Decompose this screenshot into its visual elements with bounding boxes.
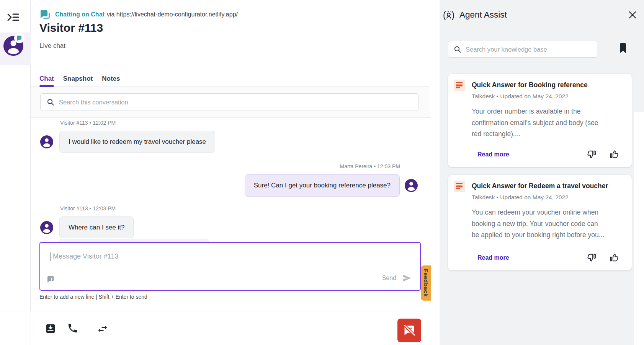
search-icon	[47, 98, 54, 106]
tab-notes[interactable]: Notes	[102, 71, 120, 87]
card-title: Quick Answer for Booking reference	[472, 81, 588, 89]
knowledge-card[interactable]: Quick Answer for Redeem a travel voucher…	[448, 175, 632, 270]
sidebar-item-conversation[interactable]	[0, 33, 31, 65]
bookmark-icon[interactable]	[619, 42, 627, 54]
conversation-search[interactable]	[40, 93, 418, 111]
left-sidebar	[0, 0, 31, 345]
end-chat-button[interactable]	[397, 319, 421, 342]
chat-main: Chatting on Chatvia https://livechat-dem…	[31, 0, 430, 345]
thumbs-up-icon[interactable]	[609, 252, 619, 263]
conversation-search-input[interactable]	[59, 99, 412, 106]
card-title: Quick Answer for Redeem a travel voucher	[472, 182, 608, 190]
expand-menu-icon[interactable]	[7, 12, 19, 23]
visitor-avatar	[40, 221, 53, 234]
thumbs-down-icon[interactable]	[586, 252, 597, 263]
message-meta: Marta Pereira • 12:03 PM	[340, 163, 400, 169]
message-bubble: I would like to redeem my travel voucher…	[59, 131, 215, 153]
message-bubble: Where can I see it?	[59, 216, 134, 238]
tab-bar: Chat Snapshot Notes	[31, 71, 430, 87]
channel-label: Chatting on Chat	[55, 11, 105, 18]
app-window: Chatting on Chatvia https://livechat-dem…	[0, 0, 644, 345]
close-icon[interactable]	[628, 10, 637, 20]
message-meta: Visitor #113 • 12:02 PM	[60, 120, 116, 126]
send-label: Send	[382, 275, 396, 282]
agent-assist-panel: Agent Assist Quick Answer for Booking re…	[440, 0, 644, 345]
agent-assist-icon	[443, 10, 455, 22]
message-meta: Visitor #113 • 12:03 PM	[60, 205, 116, 212]
end-chat-icon	[403, 324, 416, 337]
agent-avatar	[405, 179, 418, 192]
article-icon	[454, 181, 465, 192]
save-attachment-button[interactable]	[45, 323, 56, 334]
chat-channel-badge	[14, 33, 25, 43]
message-bubble: Sure! Can I get your booking reference p…	[245, 174, 400, 197]
card-body: You can redeem your voucher online when …	[472, 207, 604, 241]
page-title: Visitor #113	[39, 21, 103, 34]
toolbar-divider	[31, 311, 31, 345]
card-meta: Talkdesk • Updated on May 24, 2022	[472, 194, 569, 201]
read-more-link[interactable]: Read more	[477, 254, 509, 261]
send-icon	[402, 273, 412, 283]
page-subtitle: Live chat	[39, 42, 65, 50]
card-meta: Talkdesk • Updated on May 24, 2022	[472, 93, 569, 100]
send-button[interactable]: Send	[382, 273, 412, 283]
message-composer[interactable]: Message Visitor #113 Send	[39, 242, 421, 291]
bottom-toolbar	[0, 311, 430, 345]
channel-url: via https://livechat-demo-configurator.n…	[107, 11, 238, 18]
search-icon	[454, 46, 461, 53]
knowledge-base-search-input[interactable]	[466, 46, 592, 53]
article-icon	[454, 80, 465, 91]
scroll-gutter	[634, 112, 644, 345]
text-cursor	[51, 252, 51, 261]
thumbs-down-icon[interactable]	[586, 149, 597, 159]
composer-placeholder: Message Visitor #113	[53, 252, 118, 260]
assist-title: Agent Assist	[459, 10, 507, 20]
card-body: Your order number is available in the co…	[472, 106, 598, 140]
conversation-search-band	[31, 87, 430, 118]
thumbs-up-icon[interactable]	[609, 149, 619, 159]
feedback-tab[interactable]: Feedback	[421, 265, 431, 301]
read-more-link[interactable]: Read more	[477, 151, 509, 158]
tab-snapshot[interactable]: Snapshot	[63, 71, 93, 87]
chat-source-row: Chatting on Chatvia https://livechat-dem…	[39, 8, 238, 21]
call-button[interactable]	[67, 322, 78, 334]
composer-helper-text: Enter to add a new line | Shift + Enter …	[39, 294, 147, 300]
forum-chat-icon	[39, 9, 51, 20]
transfer-button[interactable]	[97, 323, 108, 333]
tab-chat[interactable]: Chat	[39, 71, 54, 87]
feedback-label: Feedback	[423, 269, 429, 297]
canned-response-icon[interactable]	[47, 275, 55, 284]
knowledge-card[interactable]: Quick Answer for Booking reference Talkd…	[448, 74, 632, 167]
knowledge-base-search[interactable]	[448, 41, 597, 58]
visitor-avatar	[40, 135, 53, 148]
